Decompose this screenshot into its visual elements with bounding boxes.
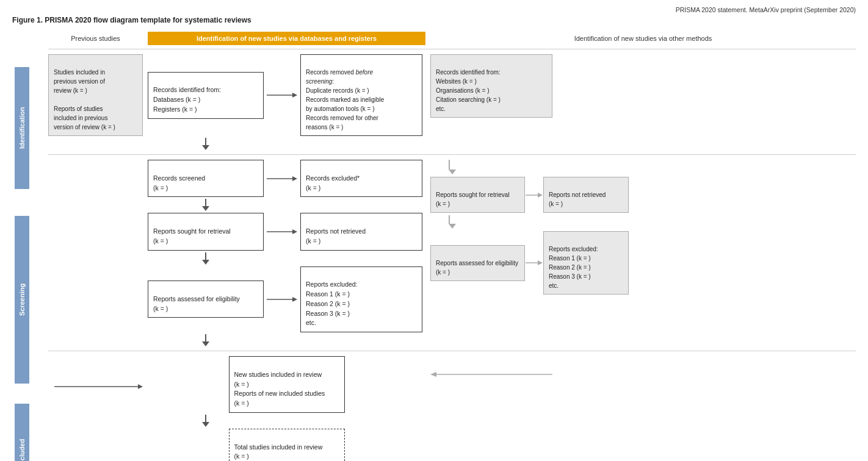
box-other-reports-sought: Reports sought for retrieval (k = ): [430, 177, 525, 213]
col-header-prev: Previous studies: [48, 35, 143, 42]
col-header-main: Identification of new studies via databa…: [148, 32, 425, 45]
label-included: Included: [15, 404, 29, 462]
svg-marker-9: [538, 193, 543, 198]
label-screening: Screening: [15, 216, 29, 384]
box-total-studies: Total studies included in review (k = ) …: [229, 429, 345, 461]
box-records-screened: Records screened (k = ): [148, 160, 264, 197]
box-other-records-identified: Records identified from: Websites (k = )…: [430, 54, 552, 118]
svg-marker-5: [292, 229, 297, 234]
svg-marker-7: [292, 297, 297, 302]
svg-marker-3: [292, 176, 297, 181]
arrow-right-removed: [267, 91, 297, 99]
box-reports-excluded: Reports excluded: Reason 1 (k = ) Reason…: [300, 266, 422, 333]
svg-marker-15: [430, 372, 436, 377]
box-other-reports-assessed: Reports assessed for eligibility (k = ): [430, 245, 525, 281]
arrow-other-not-retrieved: [526, 191, 543, 199]
citation: PRISMA 2020 statement. MetaArXiv preprin…: [12, 6, 856, 13]
box-records-identified: Records identified from: Databases (k = …: [148, 72, 264, 119]
svg-marker-1: [292, 93, 297, 98]
arrow-prev-to-new: [48, 381, 143, 393]
figure-title: Figure 1. PRISMA 2020 flow diagram templ…: [12, 16, 856, 24]
box-other-reports-not-retrieved: Reports not retrieved (k = ): [543, 177, 629, 213]
box-records-removed: Records removed before screening: Duplic…: [300, 54, 422, 136]
arrow-right-excluded: [267, 174, 297, 183]
svg-marker-11: [538, 260, 543, 265]
arrow-right-not-retrieved: [267, 227, 297, 236]
box-reports-sought: Reports sought for retrieval (k = ): [148, 213, 264, 250]
box-other-reports-excluded: Reports excluded: Reason 1 (k = ) Reason…: [543, 231, 629, 295]
arrow-right-reports-excluded: [267, 295, 297, 304]
svg-marker-13: [138, 384, 143, 389]
box-records-excluded: Records excluded* (k = ): [300, 160, 422, 197]
col-header-other: Identification of new studies via other …: [430, 35, 856, 42]
arrow-other-excluded: [526, 259, 543, 267]
label-identification: Identification: [15, 67, 29, 189]
arrow-other-to-new-studies: [430, 368, 552, 381]
box-reports-assessed: Reports assessed for eligibility (k = ): [148, 281, 264, 318]
box-new-studies: New studies included in review (k = ) Re…: [229, 356, 345, 413]
box-prev-included: Studies included in previous version of …: [48, 54, 143, 136]
box-reports-not-retrieved: Reports not retrieved (k = ): [300, 213, 422, 250]
